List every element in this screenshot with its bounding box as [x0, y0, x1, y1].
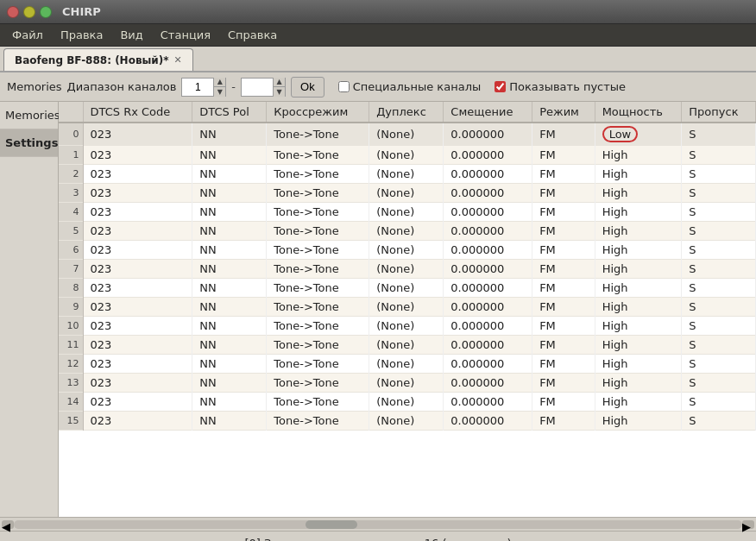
skip-cell: S: [682, 374, 756, 393]
close-button[interactable]: [7, 6, 19, 18]
col-dtcs-rx: DTCS Rx Code: [83, 102, 192, 123]
skip-cell: S: [682, 184, 756, 203]
duplex-cell: (None): [369, 374, 444, 393]
mode-cell: FM: [532, 298, 595, 317]
dtcs-rx-cell: 023: [83, 241, 192, 260]
mode-cell: FM: [532, 393, 595, 412]
duplex-cell: (None): [369, 123, 444, 146]
menu-edit[interactable]: Правка: [52, 27, 111, 43]
range-to-input[interactable]: ▲ ▼: [241, 78, 286, 97]
minimize-button[interactable]: [23, 6, 35, 18]
offset-cell: 0.000000: [444, 279, 532, 298]
mode-cell: FM: [532, 374, 595, 393]
ok-button[interactable]: Ok: [291, 77, 324, 98]
skip-cell: S: [682, 355, 756, 374]
offset-cell: 0.000000: [444, 184, 532, 203]
range-from-input[interactable]: ▲ ▼: [181, 78, 226, 97]
dtcs-pol-cell: NN: [192, 146, 267, 165]
range-from-up-arrow[interactable]: ▲: [213, 78, 225, 87]
dtcs-pol-cell: NN: [192, 298, 267, 317]
offset-cell: 0.000000: [444, 146, 532, 165]
title-bar: CHIRP: [0, 0, 756, 24]
scroll-left-btn[interactable]: ◀: [2, 520, 14, 529]
offset-cell: 0.000000: [444, 336, 532, 355]
table-row[interactable]: 15023NNTone->Tone(None)0.000000FMHighS: [59, 412, 756, 431]
maximize-button[interactable]: [40, 6, 52, 18]
duplex-cell: (None): [369, 184, 444, 203]
duplex-cell: (None): [369, 165, 444, 184]
table-row[interactable]: 6023NNTone->Tone(None)0.000000FMHighS: [59, 241, 756, 260]
menu-file[interactable]: Файл: [3, 27, 52, 43]
show-empty-checkbox[interactable]: [495, 81, 506, 92]
tab-close-icon[interactable]: ✕: [174, 55, 182, 65]
range-to-field[interactable]: [242, 79, 273, 96]
range-to-down-arrow[interactable]: ▼: [273, 87, 285, 97]
table-row[interactable]: 12023NNTone->Tone(None)0.000000FMHighS: [59, 355, 756, 374]
power-cell: High: [595, 317, 682, 336]
dtcs-rx-cell: 023: [83, 317, 192, 336]
table-row[interactable]: 3023NNTone->Tone(None)0.000000FMHighS: [59, 184, 756, 203]
show-empty-group: Показывать пустые: [495, 80, 626, 93]
table-row[interactable]: 1023NNTone->Tone(None)0.000000FMHighS: [59, 146, 756, 165]
power-cell: High: [595, 165, 682, 184]
dtcs-rx-cell: 023: [83, 355, 192, 374]
offset-cell: 0.000000: [444, 203, 532, 222]
table-row[interactable]: 4023NNTone->Tone(None)0.000000FMHighS: [59, 203, 756, 222]
dtcs-rx-cell: 023: [83, 146, 192, 165]
duplex-cell: (None): [369, 279, 444, 298]
table-area[interactable]: DTCS Rx Code DTCS Pol Кросcрежим Дуплекс…: [59, 102, 756, 517]
skip-cell: S: [682, 279, 756, 298]
row-num: 0: [59, 123, 83, 146]
range-from-down-arrow[interactable]: ▼: [213, 87, 225, 97]
power-cell: High: [595, 222, 682, 241]
menu-view[interactable]: Вид: [111, 27, 151, 43]
power-cell: High: [595, 393, 682, 412]
table-row[interactable]: 5023NNTone->Tone(None)0.000000FMHighS: [59, 222, 756, 241]
mode-cell: FM: [532, 123, 595, 146]
range-from-field[interactable]: [182, 79, 213, 96]
scroll-thumb[interactable]: [306, 520, 357, 529]
table-row[interactable]: 7023NNTone->Tone(None)0.000000FMHighS: [59, 260, 756, 279]
tab-main[interactable]: Baofeng BF-888: (Новый)* ✕: [3, 48, 193, 71]
table-row[interactable]: 10023NNTone->Tone(None)0.000000FMHighS: [59, 317, 756, 336]
scroll-right-btn[interactable]: ▶: [742, 520, 754, 529]
dtcs-rx-cell: 023: [83, 412, 192, 431]
skip-cell: S: [682, 203, 756, 222]
sidebar-item-settings[interactable]: Settings: [0, 129, 58, 157]
table-row[interactable]: 8023NNTone->Tone(None)0.000000FMHighS: [59, 279, 756, 298]
duplex-cell: (None): [369, 298, 444, 317]
crossmode-cell: Tone->Tone: [267, 279, 369, 298]
data-table: DTCS Rx Code DTCS Pol Кросcрежим Дуплекс…: [59, 102, 756, 431]
skip-cell: S: [682, 146, 756, 165]
table-row[interactable]: 11023NNTone->Tone(None)0.000000FMHighS: [59, 336, 756, 355]
scroll-track[interactable]: [14, 520, 742, 529]
table-row[interactable]: 0023NNTone->Tone(None)0.000000FMLowS: [59, 123, 756, 146]
table-row[interactable]: 9023NNTone->Tone(None)0.000000FMHighS: [59, 298, 756, 317]
special-channels-checkbox[interactable]: [338, 81, 350, 92]
crossmode-cell: Tone->Tone: [267, 222, 369, 241]
table-row[interactable]: 2023NNTone->Tone(None)0.000000FMHighS: [59, 165, 756, 184]
crossmode-cell: Tone->Tone: [267, 412, 369, 431]
row-num: 2: [59, 165, 83, 184]
mode-cell: FM: [532, 412, 595, 431]
show-empty-label[interactable]: Показывать пустые: [509, 80, 626, 93]
menu-help[interactable]: Справка: [219, 27, 286, 43]
range-separator: -: [231, 80, 236, 93]
col-duplex: Дуплекс: [369, 102, 444, 123]
menu-station[interactable]: Станция: [152, 27, 219, 43]
duplex-cell: (None): [369, 222, 444, 241]
range-to-up-arrow[interactable]: ▲: [273, 78, 285, 87]
duplex-cell: (None): [369, 203, 444, 222]
crossmode-cell: Tone->Tone: [267, 184, 369, 203]
power-cell: High: [595, 355, 682, 374]
special-channels-label[interactable]: Специальные каналы: [353, 80, 482, 93]
dtcs-pol-cell: NN: [192, 412, 267, 431]
sidebar-item-memories[interactable]: Memories: [0, 102, 58, 129]
mode-cell: FM: [532, 165, 595, 184]
offset-cell: 0.000000: [444, 222, 532, 241]
horizontal-scrollbar[interactable]: ◀ ▶: [0, 517, 756, 531]
table-row[interactable]: 13023NNTone->Tone(None)0.000000FMHighS: [59, 374, 756, 393]
row-num: 9: [59, 298, 83, 317]
dtcs-rx-cell: 023: [83, 165, 192, 184]
table-row[interactable]: 14023NNTone->Tone(None)0.000000FMHighS: [59, 393, 756, 412]
